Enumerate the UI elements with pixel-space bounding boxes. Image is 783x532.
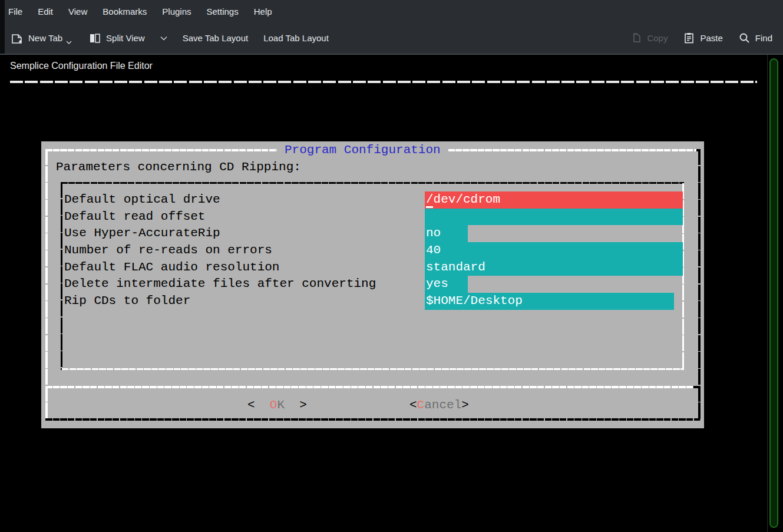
ok-button[interactable]: < OK > bbox=[247, 396, 307, 414]
paste-button[interactable]: Paste bbox=[683, 32, 722, 44]
form-box-border-bottom bbox=[62, 368, 684, 371]
cancel-hotkey: C bbox=[417, 398, 425, 412]
backtitle-rule bbox=[10, 81, 757, 83]
save-tab-layout-label: Save Tab Layout bbox=[183, 33, 248, 43]
cancel-open-bracket: < bbox=[409, 398, 417, 412]
menu-help[interactable]: Help bbox=[254, 6, 272, 16]
menu-settings[interactable]: Settings bbox=[207, 6, 239, 16]
load-tab-layout-button[interactable]: Load Tab Layout bbox=[263, 33, 329, 43]
field-label-rip-cds-to-folder: Rip CDs to folder bbox=[64, 293, 190, 310]
menu-bar: File Edit View Bookmarks Plugins Setting… bbox=[0, 0, 783, 22]
copy-icon bbox=[630, 32, 642, 44]
dialog-button-row: < OK > <Cancel> bbox=[41, 396, 700, 414]
paste-icon bbox=[683, 32, 695, 44]
cancel-close-bracket: > bbox=[461, 398, 469, 412]
form-row: Rip CDs to folder $HOME/Desktop bbox=[61, 293, 684, 310]
new-tab-icon bbox=[11, 32, 24, 45]
form-row: Number of re-reads on errors 40 bbox=[61, 242, 684, 259]
dialog-border-right bbox=[698, 149, 701, 420]
terminal-backtitle: Semplice Configuration File Editor bbox=[10, 57, 153, 74]
form-row: Default FLAC audio resolution standard bbox=[61, 259, 684, 276]
ok-rest: K bbox=[277, 398, 285, 412]
toolbar: New Tab Split View bbox=[0, 22, 783, 55]
copy-label: Copy bbox=[647, 33, 668, 43]
ok-hotkey: O bbox=[270, 398, 277, 412]
cancel-button[interactable]: <Cancel> bbox=[409, 396, 469, 414]
field-label-default-optical-drive: Default optical drive bbox=[64, 191, 220, 209]
menu-bookmarks[interactable]: Bookmarks bbox=[103, 6, 147, 16]
dialog-button-separator bbox=[45, 386, 695, 388]
field-input-delete-intermediate-files[interactable]: yes bbox=[425, 276, 468, 293]
new-tab-caret-icon[interactable] bbox=[66, 41, 72, 44]
field-label-default-flac-resolution: Default FLAC audio resolution bbox=[64, 259, 279, 276]
window-chrome: File Edit View Bookmarks Plugins Setting… bbox=[0, 0, 783, 55]
split-view-caret-icon[interactable] bbox=[160, 34, 167, 42]
ok-close-bracket: > bbox=[299, 398, 307, 412]
dialog-border-left bbox=[45, 149, 48, 420]
paste-label: Paste bbox=[700, 33, 722, 43]
ok-open-bracket: < bbox=[247, 398, 255, 412]
text-cursor bbox=[426, 206, 433, 208]
find-label: Find bbox=[755, 33, 772, 43]
dialog-button-separator-corner bbox=[693, 386, 700, 388]
load-tab-layout-label: Load Tab Layout bbox=[263, 33, 329, 43]
form-row: Use Hyper-AccurateRip no bbox=[61, 225, 684, 242]
field-label-delete-intermediate-files: Delete intermediate files after converti… bbox=[64, 276, 376, 293]
program-configuration-dialog: Program Configuration Parameters concern… bbox=[41, 141, 704, 428]
field-label-default-read-offset: Default read offset bbox=[64, 209, 205, 226]
scrollbar-divider bbox=[767, 55, 768, 532]
dialog-title: Program Configuration bbox=[277, 142, 448, 158]
find-button[interactable]: Find bbox=[738, 32, 772, 44]
menu-file[interactable]: File bbox=[8, 6, 22, 16]
dialog-border-bottom bbox=[45, 418, 700, 421]
menu-view[interactable]: View bbox=[68, 6, 87, 16]
form-row: Delete intermediate files after converti… bbox=[61, 276, 684, 293]
new-tab-label: New Tab bbox=[28, 33, 62, 43]
field-label-use-hyper-accuraterip: Use Hyper-AccurateRip bbox=[64, 225, 220, 242]
menu-edit[interactable]: Edit bbox=[38, 6, 53, 16]
new-tab-button[interactable]: New Tab bbox=[11, 32, 73, 45]
field-input-rip-cds-to-folder[interactable]: $HOME/Desktop bbox=[425, 293, 674, 310]
field-input-default-flac-resolution[interactable]: standard bbox=[425, 259, 683, 276]
field-input-default-read-offset[interactable] bbox=[425, 209, 683, 226]
form-row: Default optical drive /dev/cdrom bbox=[61, 191, 684, 209]
copy-button: Copy bbox=[630, 32, 668, 44]
save-tab-layout-button[interactable]: Save Tab Layout bbox=[183, 33, 248, 43]
split-view-label: Split View bbox=[106, 33, 145, 43]
field-input-default-optical-drive[interactable]: /dev/cdrom bbox=[425, 191, 683, 209]
menu-plugins[interactable]: Plugins bbox=[162, 6, 191, 16]
split-view-icon bbox=[88, 32, 101, 45]
field-label-number-of-re-reads: Number of re-reads on errors bbox=[64, 242, 272, 259]
cancel-rest: ancel bbox=[424, 398, 461, 412]
form-box-border-top bbox=[61, 182, 684, 184]
form-box: Default optical drive /dev/cdrom Default… bbox=[61, 182, 684, 370]
field-input-use-hyper-accuraterip[interactable]: no bbox=[425, 225, 468, 242]
dialog-prompt: Parameters concerning CD Ripping: bbox=[56, 158, 301, 176]
split-view-button[interactable]: Split View bbox=[88, 32, 145, 45]
terminal-scrollbar-thumb[interactable] bbox=[769, 58, 778, 528]
form-row: Default read offset bbox=[61, 209, 684, 226]
field-input-number-of-re-reads[interactable]: 40 bbox=[425, 242, 683, 259]
find-icon bbox=[738, 32, 751, 44]
